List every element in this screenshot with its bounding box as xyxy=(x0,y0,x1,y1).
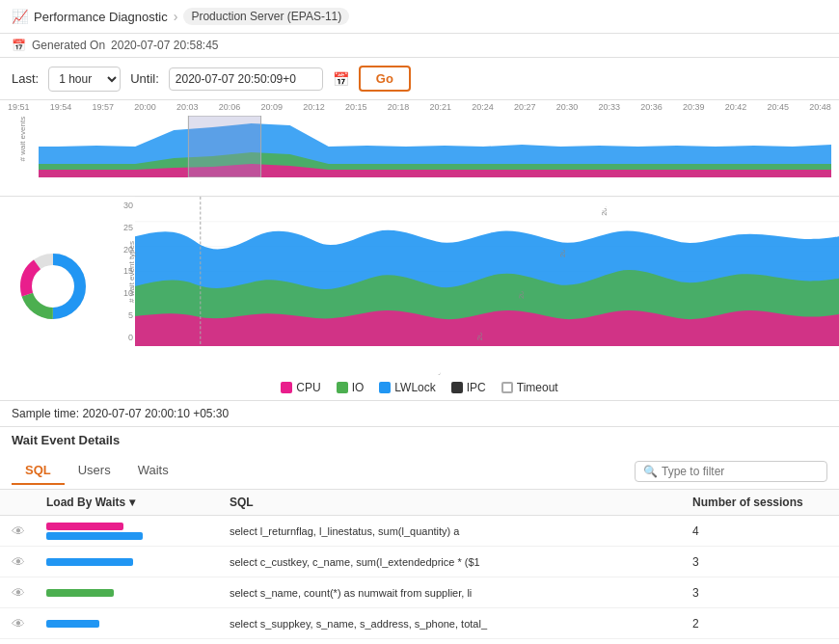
table-row: 👁 select c_custkey, c_name, sum(l_extend… xyxy=(0,547,839,577)
session-count: 4 xyxy=(692,524,827,538)
bar-cell xyxy=(46,523,230,540)
wait-event-title: Wait Event Details xyxy=(0,427,839,453)
legend-bar: CPU IO LWLock IPC Timeout xyxy=(0,375,839,401)
calendar-icon: 📅 xyxy=(12,39,26,52)
timeout-dot xyxy=(501,382,513,393)
legend-ipc: IPC xyxy=(451,381,486,394)
sql-text: select l_returnflag, l_linestatus, sum(l… xyxy=(230,525,692,537)
until-input[interactable] xyxy=(169,67,323,91)
filter-wrap[interactable]: 🔍 xyxy=(635,461,827,482)
cpu-dot xyxy=(281,382,292,393)
bar-cell xyxy=(46,620,230,628)
sample-time-label: Sample time: xyxy=(12,407,79,420)
legend-cpu: CPU xyxy=(281,381,320,394)
lwlock-label: LWLock xyxy=(394,381,435,394)
eye-icon[interactable]: 👁 xyxy=(12,523,46,539)
bar-lw xyxy=(46,532,143,540)
eye-icon[interactable]: 👁 xyxy=(12,554,46,570)
io-label: IO xyxy=(352,381,365,394)
io-dot xyxy=(337,382,348,393)
breadcrumb-sep: › xyxy=(174,9,178,24)
th-load[interactable]: Load By Waits ▾ xyxy=(46,496,230,509)
table-header: Load By Waits ▾ SQL Number of sessions xyxy=(0,490,839,516)
sql-text: select s_suppkey, s_name, s_address, s_p… xyxy=(230,618,692,630)
legend-lwlock: LWLock xyxy=(379,381,435,394)
bar-cell xyxy=(46,558,230,566)
last-select[interactable]: 1 hour 2 hours 6 hours xyxy=(48,67,121,92)
eye-icon[interactable]: 👁 xyxy=(12,585,46,601)
tab-users[interactable]: Users xyxy=(65,457,124,485)
table-row: 👁 select o_orderpriority, count(*) as or… xyxy=(0,639,839,644)
table-row: 👁 select s_suppkey, s_name, s_address, s… xyxy=(0,608,839,639)
table-row: 👁 select l_returnflag, l_linestatus, sum… xyxy=(0,516,839,547)
go-button[interactable]: Go xyxy=(359,66,411,92)
ipc-dot xyxy=(451,382,463,393)
th-load-label: Load By Waits ▾ xyxy=(46,496,135,509)
sample-time-bar: Sample time: 2020-07-07 20:00:10 +05:30 xyxy=(0,401,839,427)
generated-value: 2020-07-07 20:58:45 xyxy=(111,39,218,52)
generated-label: Generated On xyxy=(32,39,105,52)
time-axis-top: 19:5119:5419:5720:0020:0320:0620:0920:12… xyxy=(0,100,839,114)
ipc-label: IPC xyxy=(467,381,486,394)
sql-text: select s_name, count(*) as numwait from … xyxy=(230,587,692,599)
search-icon: 🔍 xyxy=(643,465,658,478)
bar-io xyxy=(46,589,114,597)
table-body: 👁 select l_returnflag, l_linestatus, sum… xyxy=(0,516,839,644)
breadcrumb-bar: 📈 Performance Diagnostic › Production Se… xyxy=(0,0,839,34)
tab-waits[interactable]: Waits xyxy=(124,457,182,485)
breadcrumb-sub[interactable]: Production Server (EPAS-11) xyxy=(183,8,349,25)
wait-event-section: Wait Event Details SQL Users Waits 🔍 Loa… xyxy=(0,427,839,644)
overview-chart: 19:5119:5419:5720:0020:0320:0620:0920:12… xyxy=(0,100,839,197)
table-row: 👁 select s_name, count(*) as numwait fro… xyxy=(0,577,839,608)
sample-time-value: 2020-07-07 20:00:10 +05:30 xyxy=(82,407,229,420)
overview-svg xyxy=(39,116,831,177)
svg-rect-3 xyxy=(188,116,260,177)
donut-area xyxy=(0,197,106,375)
th-sessions: Number of sessions xyxy=(692,496,827,509)
trend-icon: 📈 xyxy=(12,9,28,24)
controls-bar: Last: 1 hour 2 hours 6 hours Until: 📅 Go xyxy=(0,58,839,100)
cpu-label: CPU xyxy=(296,381,320,394)
detail-chart-section: 302520151050 # wait event types xyxy=(0,197,839,375)
bar-cell xyxy=(46,589,230,597)
donut-chart xyxy=(14,248,92,325)
session-count: 3 xyxy=(692,586,827,600)
timeout-label: Timeout xyxy=(517,381,558,394)
tab-sql[interactable]: SQL xyxy=(12,457,65,485)
sql-text: select c_custkey, c_name, sum(l_extended… xyxy=(230,556,692,568)
filter-input[interactable] xyxy=(662,465,819,478)
lwlock-dot xyxy=(379,382,391,393)
calendar-button[interactable]: 📅 xyxy=(333,71,349,87)
bar-cpu xyxy=(46,523,123,530)
session-count: 3 xyxy=(692,555,827,569)
session-count: 2 xyxy=(692,617,827,631)
bar-lw xyxy=(46,558,133,566)
th-sql: SQL xyxy=(230,496,692,509)
detail-chart-area: 302520151050 # wait event types xyxy=(106,197,839,375)
legend-timeout: Timeout xyxy=(501,381,558,394)
generated-bar: 📅 Generated On 2020-07-07 20:58:45 xyxy=(0,34,839,58)
last-label: Last: xyxy=(12,71,39,86)
tabs-filter-row: SQL Users Waits 🔍 xyxy=(0,453,839,490)
detail-svg xyxy=(135,197,839,346)
eye-icon[interactable]: 👁 xyxy=(12,616,46,631)
breadcrumb-main[interactable]: Performance Diagnostic xyxy=(34,10,168,24)
tab-group: SQL Users Waits xyxy=(12,457,182,485)
bar-lw xyxy=(46,620,99,628)
legend-io: IO xyxy=(337,381,365,394)
until-label: Until: xyxy=(130,71,159,86)
